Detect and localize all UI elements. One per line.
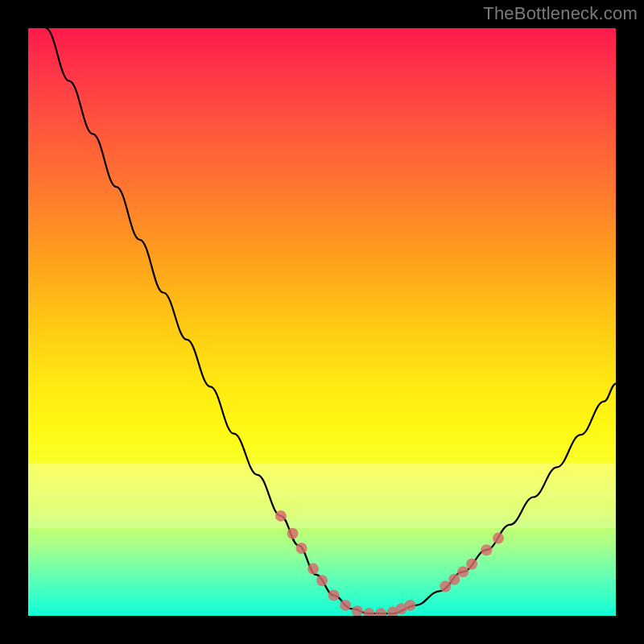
watermark-text: TheBottleneck.com (483, 3, 638, 24)
marker-dot (352, 605, 363, 616)
marker-dot (481, 544, 492, 555)
marker-dot (466, 559, 477, 570)
marker-dot (275, 510, 287, 522)
marker-dot (340, 600, 351, 611)
marker-dot (328, 590, 340, 601)
marker-dot (448, 574, 460, 585)
marker-dot (405, 600, 416, 611)
marker-dot (316, 575, 328, 586)
marker-dot (457, 566, 469, 577)
marker-dot (287, 528, 299, 539)
marker-dot (296, 543, 308, 554)
marker-dot (440, 581, 451, 592)
chart-svg (28, 28, 616, 616)
highlight-dots (275, 510, 504, 616)
chart-frame: TheBottleneck.com (0, 0, 644, 644)
bottleneck-curve (46, 28, 616, 613)
marker-dot (375, 608, 386, 616)
marker-dot (363, 608, 374, 616)
marker-dot (493, 533, 504, 544)
marker-dot (308, 564, 319, 575)
